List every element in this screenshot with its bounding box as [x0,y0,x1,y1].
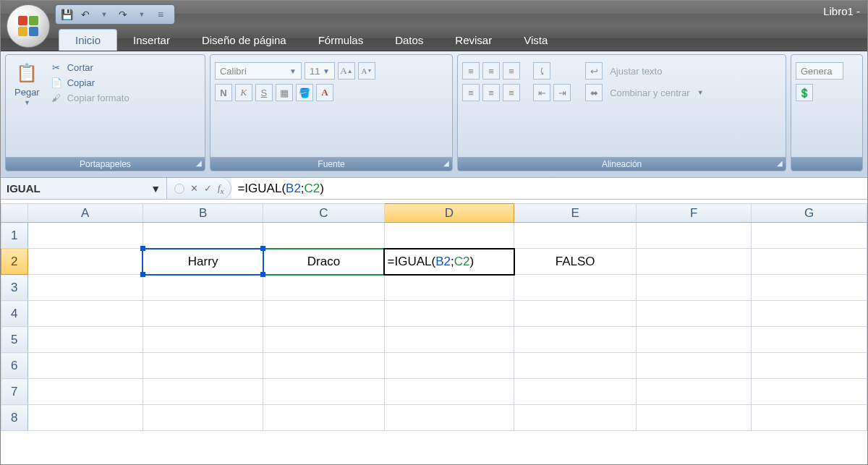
select-all-corner[interactable] [1,204,28,223]
fill-color-button[interactable]: 🪣 [296,84,313,101]
cell[interactable] [514,405,637,431]
cell[interactable] [752,405,867,431]
underline-button[interactable]: S [255,84,273,101]
cut-button[interactable]: ✂Cortar [50,61,129,74]
insert-cell-ref-icon[interactable] [174,184,184,194]
formula-bar[interactable]: =IGUAL(B2;C2) [231,178,867,199]
cell[interactable] [752,223,867,249]
cell-B2[interactable]: Harry [142,249,263,275]
name-box[interactable]: IGUAL ▼ [1,178,167,199]
cell[interactable] [142,353,263,379]
cell[interactable] [637,223,752,249]
cell[interactable] [514,379,637,405]
col-header-A[interactable]: A [27,204,142,223]
spreadsheet-grid[interactable]: A B C D E F G 1 2 Harry Draco =IGUAL(B2;… [1,203,867,464]
cell[interactable] [142,379,263,405]
cell[interactable] [27,353,142,379]
cell[interactable] [752,353,867,379]
clipboard-launcher-icon[interactable]: ◢ [196,159,202,167]
cell[interactable] [637,327,752,353]
cell[interactable] [27,379,142,405]
redo-dropdown-icon[interactable]: ▼ [135,11,148,18]
cell[interactable] [384,275,514,301]
fx-icon[interactable]: fx [218,182,224,195]
row-header-3[interactable]: 3 [1,275,28,301]
font-size-combo[interactable]: 11▼ [305,62,335,80]
cell[interactable] [637,301,752,327]
cell-E2[interactable]: FALSO [514,249,637,275]
cell[interactable] [263,327,384,353]
font-name-combo[interactable]: Calibri▼ [215,62,302,80]
number-format-combo[interactable]: Genera [796,62,843,80]
cell[interactable] [752,301,867,327]
decrease-indent-button[interactable]: ⇤ [533,84,550,101]
col-header-G[interactable]: G [752,204,867,223]
cell[interactable] [263,301,384,327]
cell[interactable] [752,249,867,275]
align-top-button[interactable]: ≡ [462,62,480,80]
cell[interactable] [263,379,384,405]
col-header-C[interactable]: C [263,204,384,223]
row-header-1[interactable]: 1 [1,223,28,249]
italic-button[interactable]: K [235,84,252,101]
cell[interactable] [514,353,637,379]
cell[interactable] [27,301,142,327]
name-box-dropdown-icon[interactable]: ▼ [150,183,161,195]
row-header-2[interactable]: 2 [1,249,28,275]
cell[interactable] [637,353,752,379]
align-center-button[interactable]: ≡ [482,84,500,101]
redo-icon[interactable]: ↷ [116,9,129,20]
undo-icon[interactable]: ↶ [79,9,92,20]
cell-D2[interactable]: =IGUAL(B2;C2) [384,249,514,275]
cell-C2[interactable]: Draco [263,249,384,275]
paste-button[interactable]: 📋 Pegar ▼ [10,58,44,109]
tab-insertar[interactable]: Insertar [117,30,186,51]
cell[interactable] [514,223,637,249]
align-bottom-button[interactable]: ≡ [503,62,520,80]
cell[interactable] [263,223,384,249]
cell[interactable] [263,353,384,379]
cell[interactable] [27,405,142,431]
cell[interactable] [752,275,867,301]
cell[interactable] [637,275,752,301]
office-button[interactable] [7,4,50,48]
cell[interactable] [384,353,514,379]
cell[interactable] [514,301,637,327]
tab-diseno-pagina[interactable]: Diseño de página [186,30,302,51]
accept-formula-button[interactable]: ✓ [204,183,212,194]
tab-revisar[interactable]: Revisar [439,30,508,51]
increase-indent-button[interactable]: ⇥ [553,84,571,101]
col-header-E[interactable]: E [514,204,637,223]
font-launcher-icon[interactable]: ◢ [443,159,449,167]
cell[interactable] [27,223,142,249]
paste-dropdown-icon[interactable]: ▼ [24,99,30,106]
cell[interactable] [752,327,867,353]
row-header-8[interactable]: 8 [1,405,28,431]
col-header-B[interactable]: B [142,204,263,223]
cell-A2[interactable] [27,249,142,275]
align-left-button[interactable]: ≡ [462,84,480,101]
tab-formulas[interactable]: Fórmulas [302,30,380,51]
align-middle-button[interactable]: ≡ [482,62,500,80]
cell[interactable] [27,327,142,353]
cell[interactable] [514,327,637,353]
merge-center-button[interactable]: ⬌ Combinar y centrar ▼ [585,84,703,101]
borders-button[interactable]: ▦ [276,84,293,101]
undo-dropdown-icon[interactable]: ▼ [98,11,111,18]
format-painter-button[interactable]: 🖌Copiar formato [50,91,129,105]
currency-button[interactable]: 💲 [796,84,813,101]
cell[interactable] [142,405,263,431]
wrap-text-button[interactable]: ↩ Ajustar texto [585,62,703,80]
tab-inicio[interactable]: Inicio [59,29,117,51]
bold-button[interactable]: N [215,84,232,101]
cell[interactable] [384,223,514,249]
cell[interactable] [384,379,514,405]
row-header-4[interactable]: 4 [1,301,28,327]
qat-customize-icon[interactable]: ≡ [154,9,167,20]
align-right-button[interactable]: ≡ [503,84,520,101]
tab-vista[interactable]: Vista [508,30,563,51]
col-header-F[interactable]: F [637,204,752,223]
shrink-font-button[interactable]: A▼ [358,62,375,80]
col-header-D[interactable]: D [384,204,514,223]
row-header-5[interactable]: 5 [1,327,28,353]
